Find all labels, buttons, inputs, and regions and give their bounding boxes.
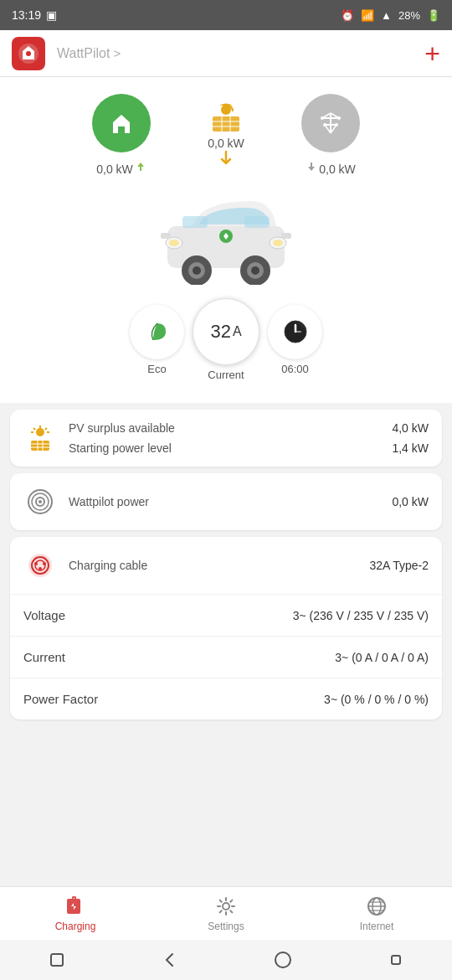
car-illustration xyxy=(142,176,310,285)
svg-point-31 xyxy=(251,266,259,275)
power-factor-row: Power Factor 3~ (0 % / 0 % / 0 %) xyxy=(10,678,442,720)
wattpilot-row: Wattpilot power 0,0 kW xyxy=(10,473,442,530)
wattpilot-value: 0,0 kW xyxy=(392,495,429,508)
app-header: WattPilot> + xyxy=(0,30,452,77)
current-unit: A xyxy=(233,324,242,339)
grid-node: 0,0 kW xyxy=(285,94,377,176)
svg-rect-42 xyxy=(31,441,49,451)
svg-point-17 xyxy=(323,123,326,126)
power-factor-label: Power Factor xyxy=(23,692,98,706)
energy-section: 0,0 kW xyxy=(0,77,452,403)
details-card: Charging cable 32A Type-2 Voltage 3~ (23… xyxy=(10,537,442,720)
eco-label: Eco xyxy=(147,363,166,375)
wattpilot-card: Wattpilot power 0,0 kW xyxy=(10,473,442,530)
square-icon xyxy=(49,952,64,967)
wattpilot-icon xyxy=(25,487,55,517)
pv-starting-value: 1,4 kW xyxy=(392,441,429,455)
charging-cable-icon xyxy=(25,550,55,580)
svg-point-2 xyxy=(221,105,231,115)
controls-row: Eco 32 A Current 06:00 xyxy=(130,293,322,395)
grid-icon-circle xyxy=(301,94,360,152)
battery-percent: 28% xyxy=(398,9,420,22)
grid-power-value: 0,0 kW xyxy=(319,162,356,176)
svg-point-54 xyxy=(34,562,38,565)
wattpilot-label: Wattpilot power xyxy=(69,495,392,508)
timer-button[interactable] xyxy=(268,305,322,359)
app-icon xyxy=(12,37,45,70)
eco-button[interactable] xyxy=(130,305,184,359)
sys-square-btn[interactable] xyxy=(45,948,69,972)
voltage-label: Voltage xyxy=(23,608,65,622)
status-sim-icon: ▣ xyxy=(46,8,57,22)
nav-settings-label: Settings xyxy=(208,921,244,932)
nav-internet-label: Internet xyxy=(360,921,394,932)
current-value: 32 xyxy=(210,321,230,343)
voltage-row: Voltage 3~ (236 V / 235 V / 235 V) xyxy=(10,595,442,637)
charging-nav-icon xyxy=(64,895,86,917)
pv-surplus-value: 4,0 kW xyxy=(392,421,429,435)
current-row: Current 3~ (0 A / 0 A / 0 A) xyxy=(10,637,442,678)
svg-point-56 xyxy=(39,567,42,570)
pv-card: PV surplus available 4,0 kW Starting pow… xyxy=(10,410,442,467)
status-bar: 13:19 ▣ ⏰ 📶 ▲ 28% 🔋 xyxy=(0,0,452,30)
svg-point-36 xyxy=(36,428,44,436)
svg-point-28 xyxy=(193,266,201,275)
pv-row: PV surplus available 4,0 kW Starting pow… xyxy=(10,410,442,467)
timer-control[interactable]: 06:00 xyxy=(268,305,322,375)
svg-point-55 xyxy=(43,562,46,565)
pv-starting-label: Starting power level xyxy=(69,441,172,455)
pv-surplus-label: PV surplus available xyxy=(69,421,175,435)
timer-icon xyxy=(282,318,309,345)
charging-cable-row: Charging cable 32A Type-2 xyxy=(10,537,442,595)
nav-settings[interactable]: Settings xyxy=(151,887,301,940)
add-button[interactable]: + xyxy=(424,40,440,67)
settings-nav-icon xyxy=(215,895,237,917)
cable-icon-container xyxy=(23,549,57,582)
solar-center: 0,0 kW xyxy=(167,101,285,168)
nav-charging-label: Charging xyxy=(55,921,96,932)
svg-rect-33 xyxy=(161,233,171,239)
current-button[interactable]: 32 A xyxy=(193,298,259,365)
charging-cable-label: Charging cable xyxy=(69,559,369,572)
pv-labels: PV surplus available 4,0 kW Starting pow… xyxy=(69,421,429,455)
battery-icon: 🔋 xyxy=(427,9,440,22)
nav-charging[interactable]: Charging xyxy=(0,887,151,940)
svg-rect-20 xyxy=(182,216,208,228)
svg-rect-66 xyxy=(392,956,400,964)
svg-point-50 xyxy=(39,500,42,503)
current-row-label: Current xyxy=(23,650,65,664)
svg-rect-21 xyxy=(244,216,270,228)
eco-control[interactable]: Eco xyxy=(130,305,184,375)
eco-leaf-icon xyxy=(145,319,170,344)
internet-nav-icon xyxy=(366,895,388,917)
svg-point-15 xyxy=(321,116,324,120)
home-power-value: 0,0 kW xyxy=(96,162,133,176)
system-nav-bar xyxy=(0,940,452,980)
alarm-icon: ⏰ xyxy=(341,9,354,22)
nav-internet[interactable]: Internet xyxy=(301,887,452,940)
home-arrow-icon xyxy=(135,161,146,173)
bottom-nav: Charging Settings Internet xyxy=(0,886,452,940)
back-icon xyxy=(161,951,179,969)
sys-back-btn[interactable] xyxy=(158,948,182,972)
solar-power-value: 0,0 kW xyxy=(208,137,244,150)
svg-point-58 xyxy=(223,903,229,910)
svg-point-25 xyxy=(273,240,283,246)
wattpilot-icon-container xyxy=(23,485,57,518)
current-row-value: 3~ (0 A / 0 A / 0 A) xyxy=(335,651,429,664)
home-node: 0,0 kW xyxy=(75,94,167,176)
car-section xyxy=(142,176,310,293)
current-label: Current xyxy=(208,369,244,381)
current-control[interactable]: 32 A Current xyxy=(193,298,259,381)
pv-solar-icon xyxy=(24,422,56,454)
svg-line-38 xyxy=(45,428,47,430)
grid-arrow-icon xyxy=(306,161,317,173)
svg-rect-57 xyxy=(67,899,80,914)
sys-home-btn[interactable] xyxy=(271,948,295,972)
svg-rect-64 xyxy=(51,954,63,966)
status-time: 13:19 xyxy=(12,8,41,22)
home-sys-icon xyxy=(274,951,292,969)
svg-point-16 xyxy=(337,116,341,120)
sys-recent-btn[interactable] xyxy=(384,948,408,972)
recent-icon xyxy=(388,952,403,967)
